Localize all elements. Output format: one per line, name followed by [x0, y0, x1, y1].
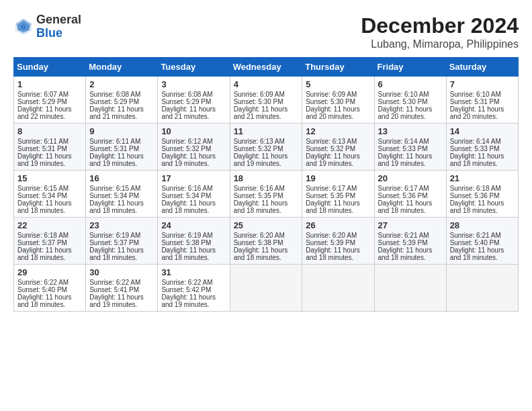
- calendar-cell: 22Sunrise: 6:18 AMSunset: 5:37 PMDayligh…: [14, 218, 86, 265]
- sunrise-text: Sunrise: 6:15 AM: [17, 185, 82, 192]
- calendar-cell: 30Sunrise: 6:22 AMSunset: 5:41 PMDayligh…: [86, 265, 158, 312]
- calendar-cell: 23Sunrise: 6:19 AMSunset: 5:37 PMDayligh…: [86, 218, 158, 265]
- calendar-week-row: 8Sunrise: 6:11 AMSunset: 5:31 PMDaylight…: [14, 124, 519, 171]
- sunrise-text: Sunrise: 6:21 AM: [378, 232, 443, 239]
- day-number: 29: [17, 267, 82, 277]
- calendar-cell: 9Sunrise: 6:11 AMSunset: 5:31 PMDaylight…: [86, 124, 158, 171]
- day-number: 22: [17, 220, 82, 230]
- sunrise-text: Sunrise: 6:20 AM: [234, 232, 299, 239]
- daylight-text: Daylight: 11 hours and 18 minutes.: [17, 293, 82, 308]
- sunset-text: Sunset: 5:40 PM: [450, 239, 515, 246]
- daylight-text: Daylight: 11 hours and 18 minutes.: [17, 246, 82, 261]
- daylight-text: Daylight: 11 hours and 18 minutes.: [450, 152, 515, 167]
- sunset-text: Sunset: 5:36 PM: [378, 192, 443, 199]
- logo-general: General: [36, 13, 81, 27]
- sunset-text: Sunset: 5:38 PM: [161, 239, 226, 246]
- sunset-text: Sunset: 5:29 PM: [17, 98, 82, 105]
- daylight-text: Daylight: 11 hours and 20 minutes.: [306, 105, 370, 120]
- sunset-text: Sunset: 5:30 PM: [306, 98, 370, 105]
- sunset-text: Sunset: 5:35 PM: [306, 192, 370, 199]
- daylight-text: Daylight: 11 hours and 18 minutes.: [161, 246, 226, 261]
- sunrise-text: Sunrise: 6:17 AM: [306, 185, 370, 192]
- calendar-week-row: 22Sunrise: 6:18 AMSunset: 5:37 PMDayligh…: [14, 218, 519, 265]
- sunset-text: Sunset: 5:38 PM: [234, 239, 299, 246]
- daylight-text: Daylight: 11 hours and 19 minutes.: [378, 152, 443, 167]
- svg-text:G: G: [21, 24, 26, 30]
- sunset-text: Sunset: 5:29 PM: [89, 98, 154, 105]
- calendar-cell: 27Sunrise: 6:21 AMSunset: 5:39 PMDayligh…: [374, 218, 446, 265]
- logo: G General Blue: [13, 13, 81, 40]
- calendar-cell: 7Sunrise: 6:10 AMSunset: 5:31 PMDaylight…: [446, 77, 518, 124]
- sunrise-text: Sunrise: 6:16 AM: [161, 185, 226, 192]
- sunrise-text: Sunrise: 6:12 AM: [161, 138, 226, 145]
- day-number: 26: [306, 220, 370, 230]
- calendar-cell: 15Sunrise: 6:15 AMSunset: 5:34 PMDayligh…: [14, 171, 86, 218]
- calendar-day-header: Wednesday: [230, 58, 302, 77]
- sunset-text: Sunset: 5:34 PM: [161, 192, 226, 199]
- sunrise-text: Sunrise: 6:21 AM: [450, 232, 515, 239]
- calendar-cell: 19Sunrise: 6:17 AMSunset: 5:35 PMDayligh…: [302, 171, 374, 218]
- calendar-cell: 8Sunrise: 6:11 AMSunset: 5:31 PMDaylight…: [14, 124, 86, 171]
- daylight-text: Daylight: 11 hours and 19 minutes.: [161, 293, 226, 308]
- calendar-cell: 28Sunrise: 6:21 AMSunset: 5:40 PMDayligh…: [446, 218, 518, 265]
- sunset-text: Sunset: 5:42 PM: [161, 286, 226, 293]
- sunrise-text: Sunrise: 6:08 AM: [89, 91, 154, 98]
- sunset-text: Sunset: 5:37 PM: [17, 239, 82, 246]
- calendar-cell: 11Sunrise: 6:13 AMSunset: 5:32 PMDayligh…: [230, 124, 302, 171]
- calendar-cell: 25Sunrise: 6:20 AMSunset: 5:38 PMDayligh…: [230, 218, 302, 265]
- sunset-text: Sunset: 5:33 PM: [378, 145, 443, 152]
- calendar-cell: 18Sunrise: 6:16 AMSunset: 5:35 PMDayligh…: [230, 171, 302, 218]
- daylight-text: Daylight: 11 hours and 18 minutes.: [234, 246, 299, 261]
- calendar-cell: [374, 265, 446, 312]
- daylight-text: Daylight: 11 hours and 19 minutes.: [161, 152, 226, 167]
- daylight-text: Daylight: 11 hours and 18 minutes.: [234, 199, 299, 214]
- daylight-text: Daylight: 11 hours and 18 minutes.: [161, 199, 226, 214]
- calendar-day-header: Thursday: [302, 58, 374, 77]
- day-number: 3: [161, 79, 226, 89]
- calendar-cell: 5Sunrise: 6:09 AMSunset: 5:30 PMDaylight…: [302, 77, 374, 124]
- calendar-cell: 29Sunrise: 6:22 AMSunset: 5:40 PMDayligh…: [14, 265, 86, 312]
- day-number: 17: [161, 173, 226, 183]
- page-subtitle: Lubang, Mimaropa, Philippines: [361, 38, 519, 50]
- daylight-text: Daylight: 11 hours and 19 minutes.: [89, 152, 154, 167]
- calendar-cell: 13Sunrise: 6:14 AMSunset: 5:33 PMDayligh…: [374, 124, 446, 171]
- daylight-text: Daylight: 11 hours and 18 minutes.: [450, 199, 515, 214]
- calendar-cell: 10Sunrise: 6:12 AMSunset: 5:32 PMDayligh…: [158, 124, 230, 171]
- day-number: 20: [378, 173, 443, 183]
- calendar-cell: 12Sunrise: 6:13 AMSunset: 5:32 PMDayligh…: [302, 124, 374, 171]
- sunset-text: Sunset: 5:35 PM: [234, 192, 299, 199]
- logo-blue: Blue: [36, 27, 81, 40]
- sunrise-text: Sunrise: 6:14 AM: [378, 138, 443, 145]
- sunset-text: Sunset: 5:31 PM: [89, 145, 154, 152]
- sunrise-text: Sunrise: 6:09 AM: [306, 91, 370, 98]
- sunrise-text: Sunrise: 6:22 AM: [89, 279, 154, 286]
- day-number: 4: [234, 79, 299, 89]
- logo-icon: G: [13, 17, 34, 37]
- day-number: 23: [89, 220, 154, 230]
- day-number: 31: [161, 267, 226, 277]
- sunrise-text: Sunrise: 6:11 AM: [89, 138, 154, 145]
- sunset-text: Sunset: 5:34 PM: [89, 192, 154, 199]
- calendar-week-row: 29Sunrise: 6:22 AMSunset: 5:40 PMDayligh…: [14, 265, 519, 312]
- calendar-day-header: Tuesday: [158, 58, 230, 77]
- calendar-cell: 6Sunrise: 6:10 AMSunset: 5:30 PMDaylight…: [374, 77, 446, 124]
- calendar-cell: 20Sunrise: 6:17 AMSunset: 5:36 PMDayligh…: [374, 171, 446, 218]
- calendar-cell: 26Sunrise: 6:20 AMSunset: 5:39 PMDayligh…: [302, 218, 374, 265]
- sunrise-text: Sunrise: 6:17 AM: [378, 185, 443, 192]
- daylight-text: Daylight: 11 hours and 21 minutes.: [161, 105, 226, 120]
- daylight-text: Daylight: 11 hours and 21 minutes.: [89, 105, 154, 120]
- sunrise-text: Sunrise: 6:18 AM: [450, 185, 515, 192]
- day-number: 21: [450, 173, 515, 183]
- day-number: 8: [17, 126, 82, 136]
- calendar-cell: 4Sunrise: 6:09 AMSunset: 5:30 PMDaylight…: [230, 77, 302, 124]
- sunrise-text: Sunrise: 6:19 AM: [161, 232, 226, 239]
- calendar-header-row: SundayMondayTuesdayWednesdayThursdayFrid…: [14, 58, 519, 77]
- day-number: 18: [234, 173, 299, 183]
- sunset-text: Sunset: 5:34 PM: [17, 192, 82, 199]
- sunset-text: Sunset: 5:39 PM: [378, 239, 443, 246]
- daylight-text: Daylight: 11 hours and 18 minutes.: [17, 199, 82, 214]
- daylight-text: Daylight: 11 hours and 22 minutes.: [17, 105, 82, 120]
- sunrise-text: Sunrise: 6:07 AM: [17, 91, 82, 98]
- calendar-cell: [446, 265, 518, 312]
- daylight-text: Daylight: 11 hours and 18 minutes.: [89, 246, 154, 261]
